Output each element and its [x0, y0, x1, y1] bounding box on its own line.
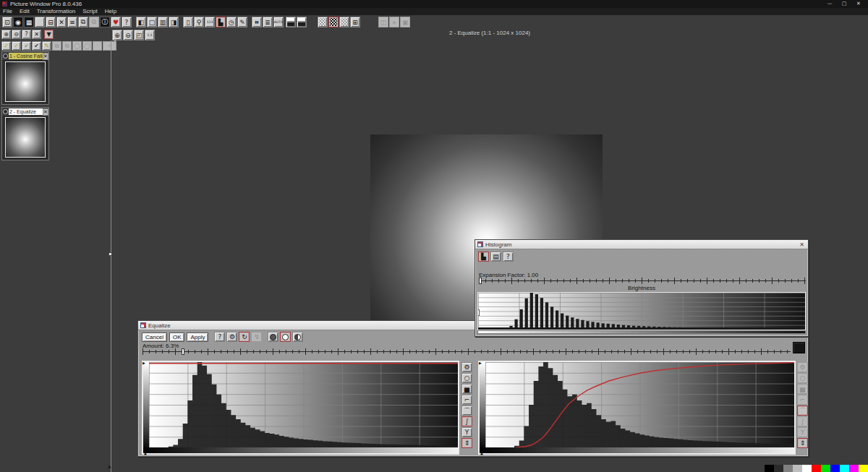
- thumbnail-radio[interactable]: [3, 109, 8, 114]
- copy-slot-icon[interactable]: ⧉: [52, 41, 61, 51]
- preview-processed-icon[interactable]: [280, 332, 291, 342]
- palette-swatch[interactable]: [821, 465, 830, 472]
- zoom-in-icon[interactable]: ⊕: [1, 30, 11, 39]
- palette-swatch[interactable]: [859, 465, 868, 472]
- concave-curve-icon[interactable]: ⌒: [797, 406, 808, 416]
- amount-slider[interactable]: [142, 348, 791, 355]
- blank-image-icon[interactable]: [35, 17, 45, 27]
- point-curve-icon[interactable]: ○: [461, 373, 472, 383]
- layout-right-icon[interactable]: ◨: [169, 17, 179, 27]
- paste-icon[interactable]: ⧉: [89, 17, 99, 27]
- palette-swatch[interactable]: [830, 465, 840, 472]
- palette-swatch[interactable]: [802, 465, 812, 472]
- flash-update-icon[interactable]: ↯: [251, 332, 262, 342]
- grid-pattern-icon[interactable]: ⊞: [350, 17, 360, 27]
- thumbnail-image[interactable]: [5, 61, 46, 102]
- layout-split-icon[interactable]: ▥: [158, 17, 168, 27]
- cancel-button[interactable]: Cancel: [142, 332, 167, 342]
- black-point-icon[interactable]: [297, 17, 307, 27]
- settings-gear-icon[interactable]: ⚙: [797, 362, 808, 372]
- mask-icon[interactable]: ◫: [378, 17, 388, 27]
- close-image-icon[interactable]: ✕: [32, 30, 41, 39]
- minimize-button[interactable]: —: [822, 0, 837, 8]
- plot-left-handle[interactable]: [477, 309, 480, 316]
- point-curve-icon[interactable]: ○: [797, 373, 808, 383]
- favorites-icon[interactable]: ♥: [111, 17, 121, 27]
- columns-icon[interactable]: ▮▮: [252, 17, 262, 27]
- circle-tool-icon[interactable]: ◯: [72, 41, 82, 51]
- help-icon[interactable]: ?: [22, 30, 31, 39]
- ellipse-tool-icon[interactable]: ◯: [82, 41, 92, 51]
- close-button[interactable]: ✕: [851, 0, 866, 8]
- menu-item-script[interactable]: Script: [82, 8, 97, 15]
- ok-button[interactable]: OK: [169, 332, 185, 342]
- commit-check-icon[interactable]: ✔: [32, 41, 41, 51]
- preview-original-icon[interactable]: [268, 332, 278, 342]
- color-swatch[interactable]: [793, 342, 805, 353]
- rows-icon[interactable]: ≣: [263, 17, 273, 27]
- thumbnail-radio[interactable]: [3, 53, 8, 59]
- lock-icon[interactable]: ▣: [400, 17, 410, 27]
- probe-icon[interactable]: ▯: [183, 17, 193, 27]
- palette-swatch[interactable]: [793, 465, 802, 472]
- open-image-icon[interactable]: ◉: [13, 17, 23, 27]
- ok-check-icon[interactable]: ✓: [22, 41, 31, 51]
- s-curve-icon[interactable]: ∫: [461, 416, 472, 426]
- slider-handle[interactable]: [479, 278, 482, 284]
- palette-swatch[interactable]: [765, 465, 774, 472]
- clone-icon[interactable]: +: [389, 17, 399, 27]
- expansion-factor-slider[interactable]: [479, 278, 806, 284]
- thumbnail-item[interactable]: 1 - Cosine Falloff✕: [1, 51, 49, 105]
- settings-gear-icon[interactable]: ⚙: [226, 332, 237, 342]
- capture-icon[interactable]: ▦: [24, 17, 34, 27]
- new-image-icon[interactable]: ⊡: [2, 17, 12, 27]
- thumbnail-menu-icon[interactable]: ▼: [44, 30, 54, 39]
- palette-swatch[interactable]: [812, 465, 821, 472]
- layout-full-icon[interactable]: □: [147, 17, 157, 27]
- close-icon[interactable]: ✕: [798, 241, 806, 248]
- maximize-button[interactable]: ▢: [837, 0, 851, 8]
- apply-branch-check-icon[interactable]: ✓: [12, 41, 21, 51]
- output-histogram-plot[interactable]: [485, 362, 794, 447]
- palette-swatch[interactable]: [849, 465, 859, 472]
- palette-swatch[interactable]: [774, 465, 783, 472]
- histogram-display-icon[interactable]: ▅: [461, 384, 472, 394]
- histogram-icon[interactable]: ▙: [216, 17, 226, 27]
- dither-pattern-3-icon[interactable]: [339, 17, 349, 27]
- clock-icon[interactable]: ◷: [226, 17, 237, 27]
- zoom-out-icon[interactable]: ⊖: [12, 30, 21, 39]
- histogram-display-icon[interactable]: ▅: [797, 384, 808, 394]
- annotate-pencil-icon[interactable]: ✎: [237, 17, 247, 27]
- edit-pen-icon[interactable]: ✎: [42, 41, 51, 51]
- menu-item-edit[interactable]: Edit: [20, 8, 30, 15]
- list-options-icon[interactable]: ∸: [103, 41, 116, 51]
- palette-swatch[interactable]: [840, 465, 849, 472]
- apply-button[interactable]: Apply: [187, 332, 208, 342]
- expand-panel-icon[interactable]: ⇕: [797, 438, 808, 448]
- print-icon[interactable]: ⊟: [46, 17, 56, 27]
- thumbnail-image[interactable]: [5, 117, 46, 158]
- menu-item-transformation[interactable]: Transformation: [37, 8, 76, 15]
- input-histogram-plot[interactable]: [149, 362, 458, 447]
- thumbnail-item[interactable]: 2 - Equalize✕: [1, 107, 49, 160]
- step-curve-icon[interactable]: ⌐: [797, 395, 808, 405]
- histogram-mode-icon[interactable]: ▙: [478, 252, 489, 262]
- auto-icon[interactable]: AUTO: [273, 17, 284, 27]
- palette-swatch[interactable]: [783, 465, 793, 472]
- delete-icon[interactable]: ✕: [56, 17, 67, 27]
- apply-check-icon[interactable]: ✓: [1, 41, 11, 51]
- readout-icon[interactable]: ≡: [67, 17, 77, 27]
- auto-update-icon[interactable]: ↻: [239, 332, 250, 342]
- s-curve-icon[interactable]: ∫: [797, 416, 808, 426]
- gamma-curve-icon[interactable]: Y: [797, 427, 808, 437]
- slider-handle[interactable]: [182, 348, 184, 355]
- paste-slot-icon[interactable]: ⧉: [62, 41, 72, 51]
- dither-pattern-2-icon[interactable]: [328, 17, 339, 27]
- dot-tool-icon[interactable]: ·: [93, 41, 102, 51]
- image-mode-icon[interactable]: ▤: [490, 252, 501, 262]
- expand-panel-icon[interactable]: ⇕: [461, 438, 472, 448]
- help-icon[interactable]: ?: [214, 332, 225, 342]
- histogram-window-titlebar[interactable]: Histogram ✕: [475, 240, 808, 249]
- menu-item-file[interactable]: File: [3, 8, 12, 15]
- dither-pattern-1-icon[interactable]: [318, 17, 328, 27]
